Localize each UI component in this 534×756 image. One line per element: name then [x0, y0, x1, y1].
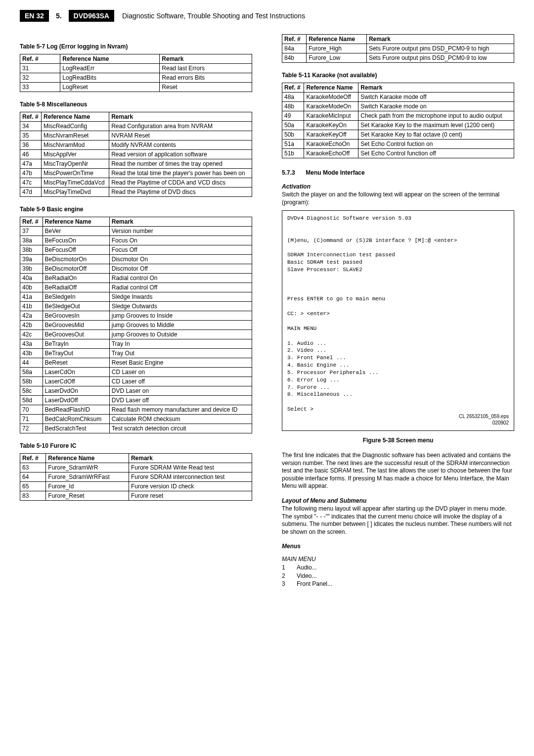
- page-title: Diagnostic Software, Trouble Shooting an…: [122, 12, 305, 20]
- table-row: 34MiscReadConfigRead Configuration area …: [20, 122, 252, 131]
- table-row: 65Furore_IdFurore version ID check: [20, 482, 252, 491]
- table-row: 47bMiscPowerOnTimeRead the total time th…: [20, 169, 252, 178]
- table-row: 72BedScratchTestTest scratch detection c…: [20, 424, 252, 433]
- table-row: 64Furore_SdramWrRFastFurore SDRAM interc…: [20, 472, 252, 482]
- col-ref: Ref. #: [20, 54, 60, 64]
- col-name: Reference Name: [60, 54, 160, 64]
- table-row: 48bKaraokeModeOnSwitch Karaoke mode on: [282, 102, 514, 111]
- table-row: 47cMiscPlayTimeCddaVcdRead the Playtime …: [20, 178, 252, 188]
- section-5-7-3-title: Menu Mode Interface: [306, 169, 364, 176]
- table-row: 36MiscNvramModModify NVRAM contents: [20, 141, 252, 150]
- table-row: 84aFurore_HighSets Furore output pins DS…: [282, 44, 514, 53]
- col-remark: Remark: [160, 54, 252, 64]
- table-5-11: Ref. # Reference Name Remark 48aKaraokeM…: [282, 83, 514, 158]
- table-5-11-title: Table 5-11 Karaoke (not available): [282, 72, 514, 79]
- menus-heading: Menus: [282, 543, 514, 550]
- left-column: Table 5-7 Log (Error logging in Nvram) R…: [20, 34, 252, 588]
- page-code-box: EN 32: [20, 10, 49, 22]
- table-5-11-body: 48aKaraokeModeOffSwitch Karaoke mode off…: [282, 93, 514, 158]
- table-row: 49KaraokeMicInputCheck path from the mic…: [282, 111, 514, 121]
- page-header: EN 32 5. DVD963SA Diagnostic Software, T…: [20, 10, 514, 22]
- paragraph-1: The first line indicates that the Diagno…: [282, 452, 514, 490]
- table-5-9: Ref. # Reference Name Remark 37BeVerVers…: [20, 217, 252, 433]
- table-row: 42aBeGroovesInjump Grooves to Inside: [20, 311, 252, 321]
- table-row: 47aMiscTrayOpenNrRead the number of time…: [20, 159, 252, 169]
- table-row: 44BeResetReset Basic Engine: [20, 358, 252, 368]
- main-menu-list: 1Audio...2Video...3Front Panel...: [282, 564, 514, 588]
- table-5-7-title: Table 5-7 Log (Error logging in Nvram): [20, 43, 252, 50]
- terminal-eps-ref: CL 26532105_059.eps 020902: [287, 413, 509, 426]
- table-row: 58cLaserDvdOnDVD Laser on: [20, 386, 252, 396]
- table-row: 47dMiscPlayTimeDvdRead the Playtime of D…: [20, 188, 252, 197]
- table-row: 63Furore_SdramWrRFurore SDRAM Write Read…: [20, 463, 252, 472]
- table-row: 40aBeRadialOnRadial control On: [20, 274, 252, 283]
- table-row: 32LogReadBitsRead errors Bits: [20, 73, 252, 83]
- table-row: 42cBeGroovesOutjump Grooves to Outside: [20, 330, 252, 339]
- table-row: 84bFurore_LowSets Furore output pins DSD…: [282, 53, 514, 63]
- table-row: 38aBeFocusOnFocus On: [20, 236, 252, 245]
- table-row: 38bBeFocusOffFocus Off: [20, 245, 252, 255]
- model-box: DVD963SA: [69, 10, 114, 22]
- activation-text: Switch the player on and the following t…: [282, 191, 514, 206]
- table-row: 48aKaraokeModeOffSwitch Karaoke mode off: [282, 93, 514, 102]
- section-5-7-3-num: 5.7.3: [282, 169, 304, 176]
- table-row: 39bBeDiscmotorOffDiscmotor Off: [20, 264, 252, 274]
- table-5-8: Ref. # Reference Name Remark 34MiscReadC…: [20, 112, 252, 197]
- table-row: 70BedReadFlashIDRead flash memory manufa…: [20, 405, 252, 415]
- terminal-content: DVDv4 Diagnostic Software version 5.03 (…: [287, 215, 457, 412]
- table-row: 37BeVerVersion number: [20, 227, 252, 236]
- list-item: 3Front Panel...: [282, 580, 514, 588]
- table-row: 83Furore_ResetFurore reset: [20, 491, 252, 501]
- table-5-7-body: 31LogReadErrRead last Errors32LogReadBit…: [20, 64, 252, 92]
- table-row: 50aKaraokeKeyOnSet Karaoke Key to the ma…: [282, 121, 514, 130]
- table-row: 58aLaserCdOnCD Laser on: [20, 368, 252, 377]
- layout-heading: Layout of Menu and Submenu: [282, 497, 514, 504]
- table-row: 51bKaraokeEchoOffSet Echo Control functi…: [282, 149, 514, 158]
- table-row: 40bBeRadialOffRadial control Off: [20, 283, 252, 292]
- table-5-9-title: Table 5-9 Basic engine: [20, 206, 252, 213]
- table-row: 35MiscNvramResetNVRAM Reset: [20, 131, 252, 141]
- table-row: 58bLaserCdOffCD Laser off: [20, 377, 252, 386]
- table-5-10b: Ref. # Reference Name Remark 84aFurore_H…: [282, 34, 514, 63]
- table-row: 43aBeTrayInTray In: [20, 339, 252, 349]
- table-row: 39aBeDiscmotorOnDiscmotor On: [20, 255, 252, 264]
- table-5-10: Ref. # Reference Name Remark 63Furore_Sd…: [20, 453, 252, 501]
- table-row: 50bKaraokeKeyOffSet Karaoke Key to flat …: [282, 130, 514, 140]
- table-5-8-title: Table 5-8 Miscellaneous: [20, 101, 252, 108]
- list-item: 1Audio...: [282, 564, 514, 571]
- table-row: 31LogReadErrRead last Errors: [20, 64, 252, 73]
- table-5-7: Ref. # Reference Name Remark 31LogReadEr…: [20, 54, 252, 92]
- table-5-10-body: 63Furore_SdramWrRFurore SDRAM Write Read…: [20, 463, 252, 501]
- table-row: 33LogResetReset: [20, 83, 252, 92]
- table-5-10b-body: 84aFurore_HighSets Furore output pins DS…: [282, 44, 514, 63]
- right-column: Ref. # Reference Name Remark 84aFurore_H…: [282, 34, 514, 588]
- table-row: 51aKaraokeEchoOnSet Echo Control fuction…: [282, 140, 514, 149]
- figure-5-38-caption: Figure 5-38 Screen menu: [282, 437, 514, 444]
- table-row: 42bBeGroovesMidjump Grooves to Middle: [20, 321, 252, 330]
- table-row: 46MiscApplVerRead version of application…: [20, 150, 252, 159]
- activation-heading: Activation: [282, 183, 514, 190]
- table-row: 41bBeSledgeOutSledge Outwards: [20, 302, 252, 311]
- list-item: 2Video...: [282, 572, 514, 580]
- table-5-8-body: 34MiscReadConfigRead Configuration area …: [20, 122, 252, 197]
- table-row: 41aBeSledgeInSledge Inwards: [20, 292, 252, 302]
- main-menu-heading: MAIN MENU: [282, 556, 514, 563]
- table-row: 58dLaserDvdOffDVD Laser off: [20, 396, 252, 405]
- terminal-box: DVDv4 Diagnostic Software version 5.03 (…: [282, 210, 514, 431]
- table-row: 43bBeTrayOutTray Out: [20, 349, 252, 358]
- table-5-9-body: 37BeVerVersion number38aBeFocusOnFocus O…: [20, 227, 252, 433]
- table-row: 71BedCalcRomChksumCalculate ROM checksum: [20, 415, 252, 424]
- section-num-box: 5.: [52, 10, 66, 22]
- table-5-10-title: Table 5-10 Furore IC: [20, 442, 252, 449]
- paragraph-2: The following menu layout will appear af…: [282, 505, 514, 536]
